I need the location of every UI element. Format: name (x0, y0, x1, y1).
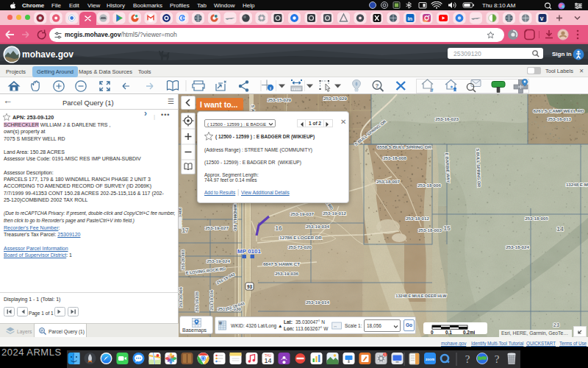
svg-text:#: # (430, 87, 434, 93)
svg-text:zoom: zoom (426, 358, 434, 361)
svg-text:?: ? (495, 353, 500, 365)
svg-text:14: 14 (264, 357, 271, 364)
svg-text:↔: ↔ (333, 324, 337, 328)
svg-text:0.1: 0.1 (445, 330, 452, 335)
svg-text:v: v (540, 15, 544, 22)
svg-text:?: ? (465, 353, 470, 365)
svg-text:0.2mi: 0.2mi (463, 330, 475, 335)
svg-text:93: 93 (247, 284, 253, 289)
svg-text:?: ? (376, 82, 379, 89)
svg-text:in: in (408, 15, 413, 22)
svg-text:i: i (270, 85, 271, 91)
svg-text:W: W (219, 322, 223, 325)
svg-text:23: 23 (553, 322, 559, 328)
svg-text:0: 0 (431, 330, 434, 335)
